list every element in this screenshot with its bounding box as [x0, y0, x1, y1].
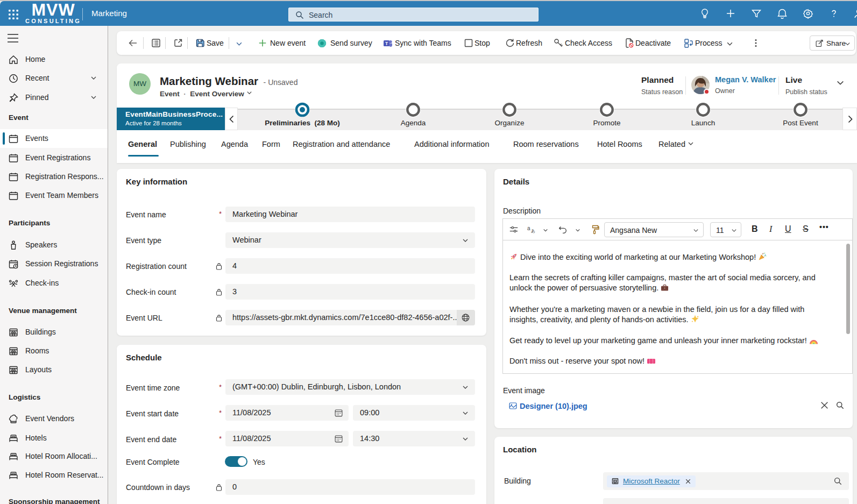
svg-text:T: T — [385, 41, 388, 46]
svg-text:a: a — [527, 225, 530, 231]
svg-text:あ: あ — [531, 229, 535, 233]
